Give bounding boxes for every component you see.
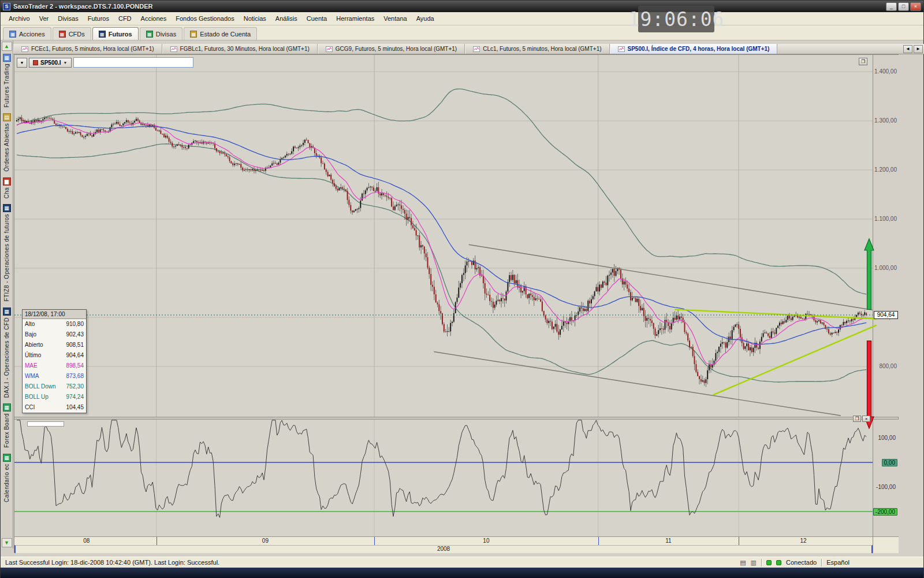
chart-data-box: 18/12/08, 17:00 Alto910,80 Bajo902,43 Ab… bbox=[22, 309, 87, 413]
menu-item-herramientas[interactable]: Herramientas bbox=[331, 13, 379, 24]
month-separator bbox=[739, 537, 739, 546]
menu-item-fondos-gestionados[interactable]: Fondos Gestionados bbox=[171, 13, 239, 24]
chart-tab-gcg9[interactable]: GCG9, Futuros, 5 minutos, Hora local (GM… bbox=[318, 44, 465, 54]
chart-tab-fcec1[interactable]: FCEc1, Futuros, 5 minutos, Hora local (G… bbox=[13, 44, 162, 54]
data-box-row-ultimo: Último904,64 bbox=[23, 350, 86, 361]
maximize-button[interactable]: □ bbox=[898, 2, 909, 11]
tab-scroll-right-button[interactable]: ► bbox=[914, 45, 923, 53]
price-axis-label: 1.100,00 bbox=[874, 216, 897, 222]
module-tab-divisas[interactable]: ▦Divisas bbox=[140, 27, 182, 40]
price-axis-label: 800,00 bbox=[879, 363, 897, 369]
futures-trading-icon: ▦ bbox=[3, 54, 11, 62]
month-label: 09 bbox=[262, 538, 269, 544]
sidebar-item-ftiz8[interactable]: ▦FTIZ8 - Operaciones de futuros bbox=[3, 201, 11, 305]
chart-tab-icon bbox=[473, 46, 480, 52]
menu-item-archivo[interactable]: Archivo bbox=[4, 13, 35, 24]
wedge-support-line[interactable] bbox=[713, 325, 877, 395]
time-axis-year[interactable]: 2008 bbox=[14, 545, 873, 553]
descending-support-line[interactable] bbox=[434, 352, 841, 416]
open-orders-icon: ▤ bbox=[3, 113, 11, 121]
menu-item-ver[interactable]: Ver bbox=[35, 13, 54, 24]
menu-item-futuros[interactable]: Futuros bbox=[83, 13, 114, 24]
month-label: 10 bbox=[483, 538, 489, 544]
price-axis-label: 1.000,00 bbox=[874, 265, 897, 271]
chart-tab-sp500[interactable]: SP500.I, Índice de CFD, 4 horas, Hora lo… bbox=[610, 44, 778, 54]
menu-item-ayuda[interactable]: Ayuda bbox=[412, 13, 439, 24]
chart-dropdown-button[interactable]: ▼ bbox=[17, 58, 27, 68]
chart-tab-strip: FCEc1, Futuros, 5 minutos, Hora local (G… bbox=[13, 44, 924, 54]
indicator-close-button[interactable]: × bbox=[862, 416, 870, 422]
indicator-label-box bbox=[27, 421, 64, 427]
connection-status: Conectado bbox=[786, 559, 817, 566]
language-selector[interactable]: Español bbox=[826, 559, 850, 566]
chart-symbol-input[interactable] bbox=[73, 57, 193, 68]
sidebar-item-forex-board[interactable]: ▦Forex Board bbox=[3, 401, 11, 450]
chart-tab-icon bbox=[618, 46, 625, 52]
cci-axis-label: 100,00 bbox=[876, 435, 897, 441]
indicator-restore-button[interactable]: ❐ bbox=[853, 416, 861, 422]
sidebar-item-ordenes-abiertas[interactable]: ▤Órdenes Abiertas bbox=[3, 110, 11, 175]
left-dock-bar: ▲ ▦Futures Trading ▤Órdenes Abiertas ▆Ch… bbox=[1, 40, 13, 549]
price-axis-label: 1.400,00 bbox=[874, 68, 897, 75]
clock-time: 19:06:06 bbox=[628, 8, 725, 31]
login-status-text: Last Successful Login: 18-dic-2008 10:42… bbox=[5, 559, 735, 566]
menu-item-noticias[interactable]: Noticias bbox=[239, 13, 271, 24]
symbol-label: SP500.I bbox=[40, 60, 61, 66]
data-box-row-wma: WMA873,68 bbox=[23, 371, 86, 381]
chart-tab-clc1[interactable]: CLc1, Futuros, 5 minutos, Hora local (GM… bbox=[465, 44, 609, 54]
chart-controls: ▼ SP500.I ▼ bbox=[17, 57, 193, 68]
app-icon: S bbox=[3, 3, 10, 10]
chart-panel: ▼ SP500.I ▼ ❐ 18/12/08, 17:00 Alto910,80… bbox=[14, 54, 899, 553]
menu-item-analisis[interactable]: Análisis bbox=[271, 13, 302, 24]
minimize-button[interactable]: _ bbox=[886, 2, 897, 11]
sidebar-item-calendario[interactable]: ▦Calendario ec bbox=[3, 451, 11, 505]
month-separator bbox=[598, 537, 599, 546]
sidebar-scroll-down-button[interactable]: ▼ bbox=[2, 538, 12, 547]
sidebar-item-futures-trading[interactable]: ▦Futures Trading bbox=[3, 51, 11, 110]
chart-tab-icon bbox=[326, 46, 333, 52]
price-axis[interactable]: 904,64 1.400,001.300,001.200,001.100,001… bbox=[873, 55, 899, 417]
cci-axis-label: -200,00 bbox=[873, 508, 897, 516]
window-bottom-edge bbox=[1, 568, 923, 578]
menu-item-acciones[interactable]: Acciones bbox=[136, 13, 172, 24]
menu-item-ventana[interactable]: Ventana bbox=[379, 13, 411, 24]
module-tab-futuros[interactable]: ▦Futuros bbox=[92, 27, 139, 40]
close-button[interactable]: × bbox=[910, 2, 921, 11]
module-tab-estado-de-cuenta[interactable]: ▦Estado de Cuenta bbox=[184, 27, 257, 40]
chart-tab-icon bbox=[21, 46, 28, 52]
menu-item-cfd[interactable]: CFD bbox=[114, 13, 136, 24]
month-separator bbox=[157, 537, 157, 546]
window-title: SaxoTrader 2 - workspace.DTS.7.100.PONDE… bbox=[13, 3, 153, 10]
symbol-selector[interactable]: SP500.I ▼ bbox=[29, 58, 72, 68]
wma-line bbox=[17, 125, 866, 344]
statusbar-divider bbox=[761, 559, 762, 566]
sidebar-scroll-up-button[interactable]: ▲ bbox=[2, 42, 12, 51]
sidebar-item-cha[interactable]: ▆Cha bbox=[3, 175, 11, 202]
module-tab-acciones[interactable]: ▦Acciones bbox=[3, 27, 51, 40]
saxotrader-window: S SaxoTrader 2 - workspace.DTS.7.100.PON… bbox=[0, 0, 924, 578]
cci-chart-canvas[interactable] bbox=[14, 420, 873, 536]
up-arrow[interactable] bbox=[865, 239, 874, 309]
printer-icon[interactable]: ▤ bbox=[740, 559, 746, 566]
price-chart-canvas[interactable] bbox=[14, 55, 873, 417]
chart-tab-fgblc1[interactable]: FGBLc1, Futuros, 30 Minutos, Hora local … bbox=[162, 44, 318, 54]
chart-tab-icon bbox=[170, 46, 177, 52]
data-feed-led-icon bbox=[776, 560, 781, 565]
bollinger-upper-line bbox=[17, 89, 866, 294]
export-icon[interactable]: ▥ bbox=[751, 559, 757, 566]
chart-restore-button[interactable]: ❐ bbox=[859, 58, 867, 65]
module-tab-cfds[interactable]: ▦CFDs bbox=[53, 27, 91, 40]
time-axis-months[interactable]: 0809101112 bbox=[14, 536, 873, 545]
cfd-trade-icon: ▦ bbox=[3, 307, 11, 316]
menu-item-cuenta[interactable]: Cuenta bbox=[302, 13, 331, 24]
year-label: 2008 bbox=[437, 546, 450, 552]
menu-item-divisas[interactable]: Divisas bbox=[53, 13, 83, 24]
data-box-row-alto: Alto910,80 bbox=[23, 319, 86, 329]
cci-axis[interactable]: 100,000,00-100,00-200,00 bbox=[873, 420, 899, 536]
price-axis-label: 1.200,00 bbox=[874, 166, 897, 173]
statusbar-divider bbox=[821, 559, 822, 566]
axis-corner bbox=[873, 536, 899, 553]
tab-scroll-left-button[interactable]: ◄ bbox=[903, 45, 912, 53]
month-label: 11 bbox=[665, 538, 671, 544]
sidebar-item-dax[interactable]: ▦DAX.I - Operaciones de CFD bbox=[3, 305, 11, 401]
